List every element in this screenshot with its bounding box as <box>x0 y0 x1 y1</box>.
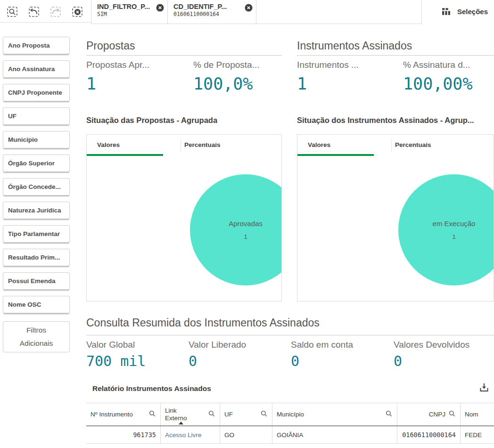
filter-tipo-parlamentar[interactable]: Tipo Parlamentar <box>3 225 70 243</box>
consulta-rule <box>86 335 494 335</box>
filter-ano-proposta[interactable]: Ano Proposta <box>3 37 70 54</box>
selection-chip-cd-identif[interactable]: CD_IDENTIF_P... 01606110000164 <box>168 0 256 24</box>
filter-orgao-concedente[interactable]: Órgão Concede... <box>3 178 70 195</box>
tab-divider <box>391 138 392 153</box>
filter-municipio[interactable]: Município <box>3 131 70 148</box>
instrumentos-title: Instrumentos Assinados <box>297 40 412 52</box>
filter-possui-emenda[interactable]: Possui Emenda <box>3 272 70 290</box>
filter-cnpj-proponente[interactable]: CNPJ Proponente <box>3 84 70 101</box>
column-search-icon[interactable] <box>208 410 215 419</box>
kpi-instrumentos-label: Instrumentos ... <box>297 60 359 70</box>
bubble-value: 1 <box>452 233 455 240</box>
search-selections-button[interactable] <box>6 5 19 18</box>
clear-selections-icon <box>71 5 84 18</box>
column-label: Link Externo <box>165 407 190 422</box>
toolbar: IND_FILTRO_P... SIM CD_IDENTIF_P... 0160… <box>0 0 494 24</box>
remove-selection-button[interactable] <box>156 4 164 12</box>
selections-tool-button[interactable]: Seleções <box>441 0 488 23</box>
column-search-icon[interactable] <box>385 410 393 419</box>
propostas-rule <box>86 55 282 56</box>
column-header-instrumento[interactable]: Nº Instrumento <box>86 403 161 425</box>
filter-natureza-juridica[interactable]: Natureza Jurídica <box>3 202 70 219</box>
instrumentos-rule <box>297 55 494 56</box>
filter-ano-assinatura[interactable]: Ano Assinatura <box>3 60 70 78</box>
column-header-cnpj[interactable]: CNPJ <box>397 403 461 425</box>
filter-uf[interactable]: UF <box>3 107 70 125</box>
kpi-instrumentos-value: 1 <box>297 74 307 93</box>
cell-municipio[interactable]: GOIÂNIA <box>272 426 397 443</box>
filter-label: Resultado Prim... <box>8 254 60 261</box>
kpi-pct-assinatura-value: 100,00% <box>403 74 473 93</box>
selection-chip-value: SIM <box>97 11 155 17</box>
search-in-brackets-icon <box>6 5 19 18</box>
bubble-label: Aprovadas <box>229 220 263 228</box>
column-label: Nº Instrumento <box>91 411 133 418</box>
report-title: Relatório Instrumentos Assinados <box>92 384 211 393</box>
filter-resultado-primario[interactable]: Resultado Prim... <box>3 249 70 266</box>
column-header-uf[interactable]: UF <box>220 403 272 425</box>
column-search-icon[interactable] <box>448 410 456 419</box>
filter-label: Ano Proposta <box>8 42 50 49</box>
sort-ascending-icon <box>179 422 183 424</box>
acesso-livre-link[interactable]: Acesso Livre <box>165 432 201 439</box>
cell-nome[interactable]: FEDE <box>461 426 494 443</box>
tab-valores[interactable]: Valores <box>308 141 330 148</box>
table-header-row: Nº Instrumento Link Externo UF Municíp <box>86 403 494 426</box>
filter-label: Possui Emenda <box>8 277 56 285</box>
column-header-link-externo[interactable]: Link Externo <box>161 403 220 425</box>
selections-label: Seleções <box>457 8 488 16</box>
selection-chip-field: CD_IDENTIF_P... <box>173 3 244 10</box>
column-search-icon[interactable] <box>148 410 156 419</box>
selection-chip-value: 01606110000164 <box>173 11 244 17</box>
step-forward-button[interactable] <box>49 5 62 18</box>
active-tab-indicator <box>87 154 163 156</box>
table-row: 961735 Acesso Livre GO GOIÂNIA 016061100… <box>86 426 494 444</box>
filter-label: Órgão Concede... <box>8 183 61 190</box>
tab-percentuais[interactable]: Percentuais <box>395 141 431 148</box>
column-label: Município <box>277 411 304 418</box>
chart-situacao-instrumentos-title: Situação dos Instrumentos Assinados - Ag… <box>297 116 474 125</box>
propostas-title: Propostas <box>86 40 135 52</box>
kpi-saldo-conta-label: Saldo em conta <box>291 340 353 350</box>
cell-instrumento[interactable]: 961735 <box>86 426 161 443</box>
kpi-saldo-conta-value: 0 <box>291 353 299 369</box>
report-card: Relatório Instrumentos Assinados Nº Inst… <box>86 377 494 448</box>
filter-label: Município <box>8 136 38 143</box>
download-button[interactable] <box>478 382 490 394</box>
filter-orgao-superior[interactable]: Órgão Superior <box>3 155 70 172</box>
filter-nome-osc[interactable]: Nome OSC <box>3 296 70 313</box>
filter-label: Órgão Superior <box>8 160 55 167</box>
column-search-icon[interactable] <box>260 410 268 419</box>
kpi-propostas-aprovadas-label: Propostas Apr... <box>86 60 149 70</box>
column-label: Nom <box>465 411 478 418</box>
cell-cnpj[interactable]: 01606110000164 <box>397 426 461 443</box>
selections-grid-icon <box>441 7 451 16</box>
close-icon <box>245 4 253 12</box>
kpi-pct-assinatura-label: % Assinatura d... <box>403 60 470 70</box>
chart-situacao-propostas: Valores Percentuais Aprovadas 1 <box>86 134 282 301</box>
filter-label: CNPJ Proponente <box>8 89 62 96</box>
column-header-municipio[interactable]: Município <box>272 403 397 425</box>
kpi-valor-liberado-value: 0 <box>189 353 197 369</box>
redo-arrow-icon <box>49 5 62 18</box>
step-back-button[interactable] <box>27 5 41 18</box>
consulta-title: Consulta Resumida dos Instrumentos Assin… <box>86 317 320 329</box>
bubble-em-execucao[interactable]: em Execução 1 <box>398 174 494 285</box>
active-tab-indicator <box>297 154 374 156</box>
tab-divider <box>181 138 181 153</box>
additional-filters-button[interactable]: Filtros Adicionais <box>3 321 70 352</box>
filter-label: Tipo Parlamentar <box>8 230 60 237</box>
kpi-valor-liberado-label: Valor Liberado <box>189 340 246 350</box>
remove-selection-button[interactable] <box>245 4 253 12</box>
cell-uf[interactable]: GO <box>220 426 272 443</box>
cell-link-externo[interactable]: Acesso Livre <box>161 426 220 443</box>
selection-chip-ind-filtro[interactable]: IND_FILTRO_P... SIM <box>91 0 168 24</box>
bubble-aprovadas[interactable]: Aprovadas 1 <box>190 174 282 285</box>
tab-percentuais[interactable]: Percentuais <box>184 141 221 148</box>
tab-valores[interactable]: Valores <box>97 141 120 148</box>
undo-arrow-icon <box>27 5 41 18</box>
clear-selections-button[interactable] <box>71 5 84 18</box>
column-header-nome[interactable]: Nom <box>461 403 494 425</box>
kpi-valores-devolvidos-value: 0 <box>394 353 402 369</box>
kpi-valores-devolvidos-label: Valores Devolvidos <box>394 340 469 350</box>
